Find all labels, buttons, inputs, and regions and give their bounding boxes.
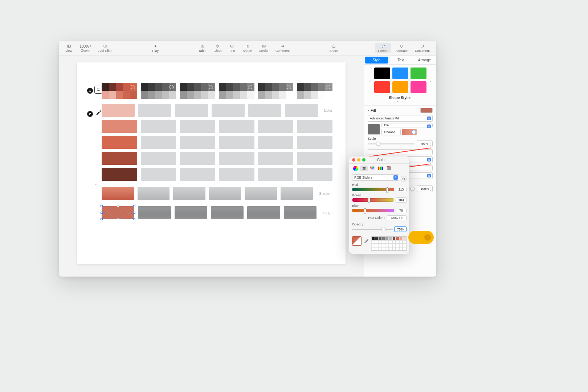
swatch[interactable] bbox=[141, 136, 176, 149]
swatch[interactable] bbox=[102, 168, 137, 181]
swatch[interactable] bbox=[297, 152, 332, 165]
swatch[interactable] bbox=[138, 206, 171, 219]
hex-field[interactable]: D5674E bbox=[387, 215, 407, 220]
style-swatch[interactable] bbox=[411, 68, 426, 79]
swatch[interactable] bbox=[180, 152, 215, 165]
swatch[interactable] bbox=[138, 187, 170, 200]
blue-slider[interactable] bbox=[352, 209, 394, 212]
swatch[interactable] bbox=[245, 187, 277, 200]
swatch[interactable] bbox=[102, 136, 137, 149]
add-slide-button[interactable]: Add Slide bbox=[95, 43, 115, 53]
style-swatch[interactable] bbox=[392, 68, 408, 79]
swatch[interactable] bbox=[297, 168, 332, 181]
canvas[interactable]: 1 2 Color bbox=[59, 56, 364, 277]
zoom-button[interactable]: 100%▾ Zoom bbox=[77, 44, 94, 53]
swatch[interactable] bbox=[258, 136, 294, 149]
cp-opacity-field[interactable]: 75% bbox=[394, 226, 407, 232]
prev-styles-button[interactable]: ‹ bbox=[368, 79, 373, 84]
swatch[interactable] bbox=[247, 206, 280, 219]
scale-slider[interactable] bbox=[368, 143, 415, 144]
red-value[interactable]: 213 bbox=[396, 187, 407, 192]
swatch[interactable] bbox=[141, 168, 176, 181]
eyedropper-button[interactable] bbox=[363, 236, 369, 246]
swatch[interactable] bbox=[141, 152, 176, 165]
animate-button[interactable]: Animate bbox=[393, 43, 411, 53]
slide[interactable]: 1 2 Color bbox=[77, 62, 346, 264]
swatch[interactable] bbox=[209, 187, 241, 200]
swatch[interactable] bbox=[297, 120, 332, 133]
share-button[interactable]: Share bbox=[327, 43, 341, 53]
swatch[interactable] bbox=[212, 104, 245, 117]
palette-grey[interactable] bbox=[141, 83, 176, 99]
palette-grey[interactable] bbox=[180, 83, 215, 99]
text-button[interactable]: AText bbox=[226, 43, 238, 53]
color-panel-titlebar[interactable]: Color bbox=[349, 156, 409, 164]
swatch[interactable] bbox=[102, 104, 135, 117]
color-panel[interactable]: Color RGB Sliders⇅ ⊖ Red 213 Green 103 bbox=[349, 156, 409, 254]
swatch-grid[interactable] bbox=[371, 236, 407, 251]
swatch[interactable] bbox=[180, 120, 215, 133]
play-button[interactable]: Play bbox=[149, 43, 162, 53]
swatch[interactable] bbox=[180, 168, 215, 181]
swatch[interactable] bbox=[138, 104, 171, 117]
blue-value[interactable]: 78 bbox=[396, 208, 407, 213]
insp-opacity-field[interactable]: 100%▴▾ bbox=[417, 185, 433, 192]
style-swatch[interactable] bbox=[392, 81, 408, 93]
swatch[interactable] bbox=[102, 152, 137, 165]
view-button[interactable]: View bbox=[62, 43, 75, 53]
swatch[interactable] bbox=[219, 152, 254, 165]
swatch[interactable] bbox=[175, 206, 207, 219]
border-none[interactable] bbox=[368, 149, 433, 155]
swatch[interactable] bbox=[141, 120, 176, 133]
palette-grey[interactable] bbox=[297, 83, 332, 99]
swatch[interactable] bbox=[173, 187, 205, 200]
tab-text[interactable]: Text bbox=[389, 56, 413, 64]
format-button[interactable]: Format bbox=[375, 43, 391, 53]
wheel-mode-icon[interactable] bbox=[352, 166, 359, 171]
style-swatch[interactable] bbox=[374, 81, 390, 93]
swatch[interactable] bbox=[180, 136, 215, 149]
current-color-swatch[interactable] bbox=[352, 236, 362, 246]
tab-arrange[interactable]: Arrange bbox=[413, 56, 436, 64]
spectrum-mode-icon[interactable] bbox=[377, 166, 384, 171]
swatch[interactable] bbox=[285, 104, 318, 117]
action-button[interactable]: ⊖ bbox=[401, 176, 407, 181]
pencils-mode-icon[interactable] bbox=[385, 166, 393, 171]
scale-field[interactable]: 50%▴▾ bbox=[417, 140, 433, 147]
sliders-mode-icon[interactable] bbox=[360, 166, 368, 171]
palette-colored[interactable] bbox=[102, 83, 137, 99]
green-slider[interactable] bbox=[352, 198, 394, 202]
gradient-chip[interactable] bbox=[402, 129, 417, 135]
green-value[interactable]: 103 bbox=[396, 197, 407, 203]
cp-opacity-slider[interactable] bbox=[352, 229, 393, 230]
fill-color-chip[interactable] bbox=[420, 108, 433, 113]
swatch[interactable] bbox=[219, 136, 254, 149]
chevron-down-icon[interactable]: ▾ bbox=[368, 109, 369, 112]
swatch[interactable] bbox=[219, 120, 254, 133]
style-swatch[interactable] bbox=[411, 81, 426, 93]
swatch[interactable] bbox=[102, 206, 134, 219]
palette-grey[interactable] bbox=[258, 83, 294, 99]
red-slider[interactable] bbox=[352, 188, 394, 191]
swatch[interactable] bbox=[102, 187, 134, 200]
slider-type-select[interactable]: RGB Sliders⇅ bbox=[352, 174, 399, 181]
swatch[interactable] bbox=[281, 187, 313, 200]
document-button[interactable]: Document bbox=[412, 43, 433, 53]
chart-button[interactable]: Chart bbox=[211, 43, 224, 53]
palette-grey[interactable] bbox=[219, 83, 254, 99]
swatch[interactable] bbox=[219, 168, 254, 181]
swatch[interactable] bbox=[258, 152, 294, 165]
swatch[interactable] bbox=[258, 120, 294, 133]
swatch[interactable] bbox=[248, 104, 281, 117]
swatch[interactable] bbox=[211, 206, 244, 219]
shape-button[interactable]: Shape bbox=[240, 43, 255, 53]
fill-thumbnail[interactable] bbox=[368, 124, 380, 135]
swatch[interactable] bbox=[284, 206, 317, 219]
swatch[interactable] bbox=[102, 120, 137, 133]
table-button[interactable]: Table bbox=[196, 43, 209, 53]
swatch[interactable] bbox=[258, 168, 294, 181]
media-button[interactable]: Media bbox=[256, 43, 271, 53]
swatch[interactable] bbox=[175, 104, 208, 117]
style-swatch[interactable] bbox=[374, 68, 390, 79]
close-icon[interactable] bbox=[352, 158, 355, 162]
